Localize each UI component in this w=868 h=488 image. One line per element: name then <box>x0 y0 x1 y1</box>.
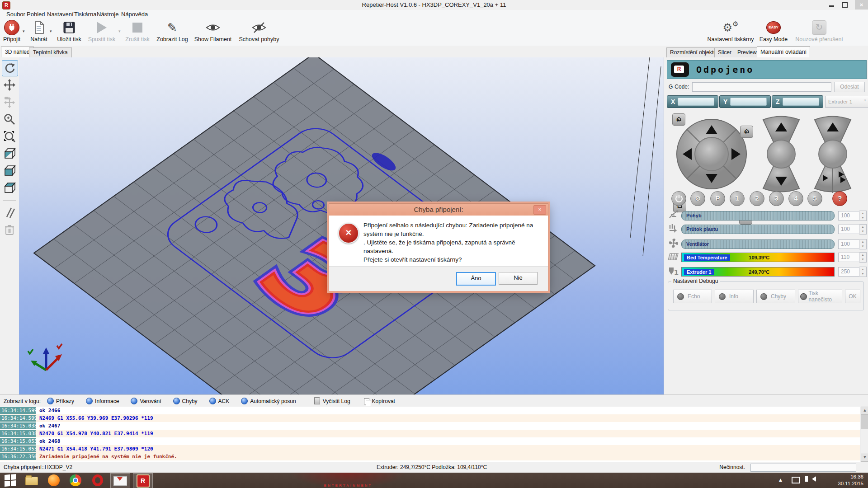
restore-button[interactable] <box>838 0 851 9</box>
start-button[interactable] <box>5 474 16 486</box>
preset-5-button[interactable]: 5 <box>807 191 822 206</box>
x-position-input[interactable] <box>678 98 714 106</box>
gcode-send-button[interactable]: Odeslat <box>834 82 865 92</box>
flow-spinner[interactable]: ▲▼ <box>859 224 867 235</box>
connect-dropdown-icon[interactable]: ▾ <box>23 29 25 33</box>
home-y-button[interactable]: ⌂Y <box>740 126 753 138</box>
right-tab-bar: Rozmístění objektů Slicer Preview Manuál… <box>664 46 868 58</box>
zoom-tool[interactable] <box>2 112 17 127</box>
extruder-temperature-bar[interactable]: Extruder 1 249,70°C <box>681 267 835 277</box>
fit-view-tool[interactable] <box>2 129 17 144</box>
isometric-view-tool[interactable] <box>2 146 17 161</box>
home-x-button[interactable]: ⌂X <box>672 113 685 126</box>
minimize-button[interactable] <box>825 0 838 9</box>
z-jog-control[interactable] <box>756 111 806 197</box>
debug-dryrun-toggle[interactable]: Tisk nanečisto <box>798 290 842 303</box>
taskbar-chrome[interactable] <box>70 474 81 486</box>
flow-value[interactable]: 100 <box>838 225 859 234</box>
dialog-yes-button[interactable]: Áno <box>456 272 496 286</box>
log-toggle-autoscroll[interactable]: Automatický posun <box>241 398 296 404</box>
debug-errors-toggle[interactable]: Chyby <box>756 290 795 303</box>
extruder-temp-value[interactable]: 250 <box>838 267 859 277</box>
log-toggle-info[interactable]: Informace <box>86 398 119 404</box>
preset-1-button[interactable]: 1 <box>730 191 745 206</box>
speed-value[interactable]: 100 <box>838 211 859 221</box>
printer-settings-button[interactable]: ⚙⚙ Nastavení tiskárny <box>705 19 756 45</box>
log-toggle-errors[interactable]: Chyby <box>173 398 198 404</box>
flow-slider[interactable]: Průtok plastu <box>681 225 835 234</box>
z-position-input[interactable] <box>783 98 819 106</box>
parallel-projection-tool[interactable] <box>2 205 17 220</box>
show-log-button[interactable]: ✎ Zobrazit Log <box>156 19 189 45</box>
tab-preview[interactable]: Preview <box>734 47 760 57</box>
extruder-temp-spinner[interactable]: ▲▼ <box>859 267 867 277</box>
show-filament-button[interactable]: Show Filament <box>193 19 232 45</box>
scroll-thumb[interactable] <box>861 415 868 429</box>
tab-manual-control[interactable]: Manuální ovládání <box>757 46 810 58</box>
load-button[interactable]: Nahrát <box>28 19 50 45</box>
dialog-close-button[interactable]: × <box>533 205 546 215</box>
rotate-view-tool[interactable] <box>2 60 18 76</box>
debug-info-toggle[interactable]: Info <box>715 290 754 303</box>
extruder-jog-control[interactable] <box>808 111 858 197</box>
dryrun-led-icon <box>800 293 807 300</box>
bed-temperature-bar[interactable]: Bed Temperature 109,39°C <box>681 253 835 262</box>
tab-slicer[interactable]: Slicer <box>714 47 735 57</box>
bed-temp-spinner[interactable]: ▲▼ <box>859 252 867 263</box>
log-toggle-ack[interactable]: ACK <box>209 398 230 404</box>
log-toggle-commands[interactable]: Příkazy <box>47 398 74 404</box>
warnings-led-icon <box>131 398 137 404</box>
move-view-tool[interactable] <box>2 77 17 93</box>
scroll-down-icon[interactable]: ▼ <box>861 454 868 462</box>
speed-spinner[interactable]: ▲▼ <box>859 211 867 221</box>
log-scrollbar[interactable]: ▲ ▼ <box>860 407 868 462</box>
log-toggle-warnings[interactable]: Varování <box>131 398 161 404</box>
tray-network-icon[interactable] <box>792 473 800 479</box>
speed-slider[interactable]: Pohyb <box>681 211 835 221</box>
hide-travel-button[interactable]: Schovat pohyby <box>237 19 281 45</box>
debug-ok-button[interactable]: OK <box>845 290 860 303</box>
taskbar-firefox[interactable] <box>48 474 60 486</box>
menu-nastroje[interactable]: Nástroje <box>94 10 121 18</box>
z-position-field[interactable]: Z <box>772 95 823 108</box>
taskbar-mail-active[interactable] <box>110 473 130 488</box>
load-dropdown-icon[interactable]: ▾ <box>50 29 52 33</box>
y-position-input[interactable] <box>730 98 767 106</box>
save-print-button[interactable]: Uložit tisk <box>55 19 83 45</box>
clear-log-button[interactable]: Vyčistit Log <box>314 398 350 404</box>
copy-log-button[interactable]: Kopírovat <box>364 398 395 404</box>
tray-expand-icon[interactable]: ▲ <box>779 478 782 482</box>
x-position-field[interactable]: X <box>667 95 718 108</box>
close-button[interactable]: × <box>855 0 868 9</box>
tab-object-placement[interactable]: Rozmístění objektů <box>666 47 720 57</box>
y-position-field[interactable]: Y <box>719 95 771 108</box>
gcode-input[interactable] <box>692 82 831 92</box>
fan-slider[interactable]: Ventilátor <box>681 239 835 249</box>
menu-napoveda[interactable]: Nápověda <box>118 10 151 18</box>
help-button[interactable]: ? <box>832 191 847 206</box>
tab-temperature-curve[interactable]: Teplotní křivka <box>29 47 72 57</box>
motor-off-button[interactable]: ⊘ <box>690 191 705 206</box>
taskbar-opera[interactable] <box>92 474 104 486</box>
preset-4-button[interactable]: 4 <box>788 191 803 206</box>
fan-spinner[interactable]: ▲▼ <box>859 239 867 249</box>
preset-2-button[interactable]: 2 <box>750 191 764 206</box>
dialog-no-button[interactable]: Nie <box>499 272 538 285</box>
manual-control-panel: R Odpojeno G-Code: Odeslat X Y Z Extrude… <box>664 57 868 394</box>
tray-volume-icon[interactable] <box>812 473 816 478</box>
taskbar-clock[interactable]: 16:36 30.11.2015 <box>838 474 863 487</box>
scroll-up-icon[interactable]: ▲ <box>861 407 868 415</box>
fan-value[interactable]: 100 <box>838 239 859 249</box>
debug-echo-toggle[interactable]: Echo <box>673 290 712 303</box>
taskbar-repetier-active[interactable]: R <box>133 473 153 488</box>
extruder-select[interactable]: Extruder 1 ˅ <box>825 96 868 108</box>
park-button[interactable]: P <box>710 191 725 206</box>
power-button[interactable] <box>671 191 686 206</box>
easy-mode-button[interactable]: EASY Easy Mode <box>759 19 788 45</box>
connect-button[interactable]: Připojit <box>1 19 23 45</box>
preset-3-button[interactable]: 3 <box>769 191 784 206</box>
top-view-tool[interactable] <box>2 180 17 196</box>
front-view-tool[interactable] <box>2 163 17 178</box>
bed-temp-value[interactable]: 110 <box>838 253 859 262</box>
taskbar-explorer[interactable] <box>25 474 37 486</box>
